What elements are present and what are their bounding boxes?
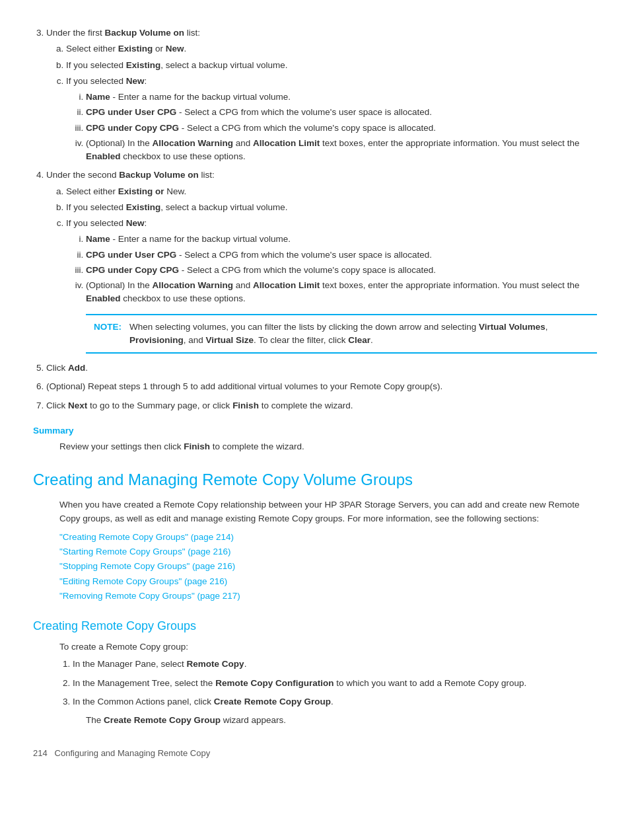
footer-text: Configuring and Managing Remote Copy (55, 748, 211, 758)
toc-link-creating[interactable]: "Creating Remote Copy Groups" (page 214) (59, 531, 597, 544)
step3-c-iv: (Optional) In the Allocation Warning and… (86, 137, 597, 164)
section2-intro: To create a Remote Copy group: (59, 640, 597, 654)
toc-link-removing[interactable]: "Removing Remote Copy Groups" (page 217) (59, 590, 597, 603)
step4-c-iv: (Optional) In the Allocation Warning and… (86, 279, 597, 354)
step4-sublist: Select either Existing or New. If you se… (66, 185, 597, 354)
step4-c-sublist: Name - Enter a name for the backup virtu… (86, 233, 597, 354)
step3-bold: Backup Volume on (105, 28, 185, 38)
page-footer: 214 Configuring and Managing Remote Copy (33, 747, 597, 760)
section2-after-step3: The Create Remote Copy Group wizard appe… (86, 714, 597, 727)
step3-c-sublist: Name - Enter a name for the backup virtu… (86, 91, 597, 163)
section2-step-2: In the Management Tree, select the Remot… (73, 677, 597, 690)
section2-step-3: In the Common Actions panel, click Creat… (73, 695, 597, 708)
step4-b: If you selected Existing, select a backu… (66, 201, 597, 214)
note-label: NOTE: (94, 321, 122, 334)
section1-title: Creating and Managing Remote Copy Volume… (33, 468, 597, 492)
step-7: Click Next to go to the Summary page, or… (46, 399, 597, 412)
step3-sublist: Select either Existing or New. If you se… (66, 42, 597, 163)
step3-b: If you selected Existing, select a backu… (66, 59, 597, 72)
step-4: Under the second Backup Volume on list: … (46, 169, 597, 354)
summary-body: Review your settings then click Finish t… (59, 440, 597, 453)
section2-step-1: In the Manager Pane, select Remote Copy. (73, 658, 597, 671)
toc-link-editing[interactable]: "Editing Remote Copy Groups" (page 216) (59, 575, 597, 588)
step3-a: Select either Existing or New. (66, 42, 597, 56)
step-3: Under the first Backup Volume on list: S… (46, 26, 597, 163)
toc-link-stopping[interactable]: "Stopping Remote Copy Groups" (page 216) (59, 560, 597, 573)
step4-c-ii: CPG under User CPG - Select a CPG from w… (86, 248, 597, 262)
step-5: Click Add. (46, 362, 597, 375)
section2-body: To create a Remote Copy group: In the Ma… (59, 640, 597, 727)
step3-c-ii: CPG under User CPG - Select a CPG from w… (86, 106, 597, 119)
summary-heading: Summary (33, 424, 597, 438)
toc-link-starting[interactable]: "Starting Remote Copy Groups" (page 216) (59, 545, 597, 558)
step4-c-iii: CPG under Copy CPG - Select a CPG from w… (86, 264, 597, 277)
main-steps-list: Under the first Backup Volume on list: S… (46, 26, 597, 412)
step4-bold: Backup Volume on (119, 170, 199, 180)
note-box: NOTE: When selecting volumes, you can fi… (86, 314, 597, 354)
section2-steps-list: In the Manager Pane, select Remote Copy.… (73, 658, 597, 708)
step3-c: If you selected New: Name - Enter a name… (66, 75, 597, 164)
footer-page-num: 214 (33, 748, 48, 758)
step3-c-i: Name - Enter a name for the backup virtu… (86, 91, 597, 104)
section1-body: When you have created a Remote Copy rela… (59, 498, 597, 603)
section1-links: "Creating Remote Copy Groups" (page 214)… (59, 531, 597, 603)
step4-a: Select either Existing or New. (66, 185, 597, 198)
note-text: When selecting volumes, you can filter t… (129, 321, 589, 348)
step3-c-iii: CPG under Copy CPG - Select a CPG from w… (86, 122, 597, 135)
section1-intro: When you have created a Remote Copy rela… (59, 498, 597, 525)
step4-c-i: Name - Enter a name for the backup virtu… (86, 233, 597, 246)
step-6: (Optional) Repeat steps 1 through 5 to a… (46, 380, 597, 393)
section2-title: Creating Remote Copy Groups (33, 617, 597, 635)
page-content: Under the first Backup Volume on list: S… (33, 26, 597, 760)
step4-c: If you selected New: Name - Enter a name… (66, 217, 597, 354)
summary-section: Summary Review your settings then click … (33, 424, 597, 454)
